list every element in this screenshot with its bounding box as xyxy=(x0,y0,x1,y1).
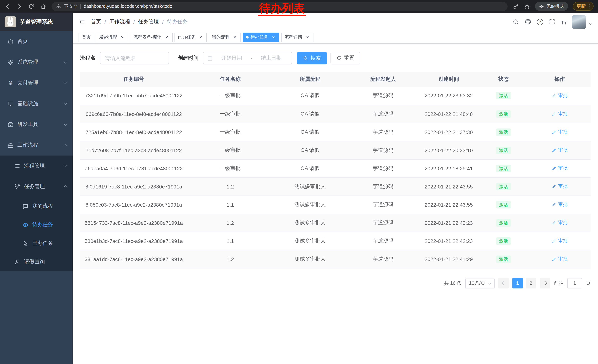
approve-link[interactable]: 审批 xyxy=(552,183,568,190)
sidebar-item-label: 已办任务 xyxy=(32,240,67,247)
tab-close-icon[interactable]: × xyxy=(271,35,276,40)
github-icon[interactable] xyxy=(524,18,531,25)
start-date-placeholder: 开始日期 xyxy=(215,55,248,61)
sidebar-collapse-icon[interactable] xyxy=(79,18,86,25)
status-badge: 激活 xyxy=(496,92,511,99)
tab-close-icon[interactable]: × xyxy=(198,35,203,40)
approve-link[interactable]: 审批 xyxy=(552,147,568,154)
search-icon[interactable] xyxy=(512,18,519,25)
next-page-button[interactable] xyxy=(540,278,550,288)
incognito-label: 无痕模式 xyxy=(546,3,564,9)
cell-process: 测试多审批人 xyxy=(273,195,347,214)
sidebar-item-home[interactable]: 首页 xyxy=(0,31,73,52)
sidebar-item-system[interactable]: 系统管理 xyxy=(0,52,73,73)
status-badge: 激活 xyxy=(496,165,511,172)
approve-link[interactable]: 审批 xyxy=(552,111,568,117)
cell-time: 2022-01-21 22:43:55 xyxy=(419,177,478,195)
tab-todo-task[interactable]: 待办任务× xyxy=(243,32,279,42)
tab-process-detail[interactable]: 流程详情× xyxy=(281,32,314,42)
sidebar-item-devtools[interactable]: 研发工具 xyxy=(0,114,73,135)
tab-start-process[interactable]: 发起流程× xyxy=(96,32,128,42)
sidebar-item-todo-task[interactable]: 待办任务 xyxy=(0,216,73,234)
approve-link[interactable]: 审批 xyxy=(552,165,568,172)
browser-menu-dots-icon[interactable] xyxy=(589,4,590,9)
cell-action: 审批 xyxy=(529,87,590,105)
page-button-2[interactable]: 2 xyxy=(526,278,536,288)
fullscreen-icon[interactable] xyxy=(548,18,555,25)
sidebar-item-label: 基础设施 xyxy=(17,100,60,107)
prev-page-button[interactable] xyxy=(498,278,509,288)
range-separator: - xyxy=(250,55,252,61)
breadcrumb-item[interactable]: 任务管理 xyxy=(138,18,159,25)
cell-time: 2022-01-22 20:33:10 xyxy=(419,141,478,159)
page-button-1[interactable]: 1 xyxy=(512,278,523,288)
tab-process-form-edit[interactable]: 流程表单-编辑× xyxy=(130,32,173,42)
cell-id: 8f059c03-7ac8-11ec-a9e2-a2380e71991a xyxy=(80,195,187,214)
approve-label: 审批 xyxy=(558,129,568,135)
tab-my-process[interactable]: 我的流程× xyxy=(208,32,241,42)
user-avatar[interactable] xyxy=(572,15,586,29)
home-icon[interactable] xyxy=(40,3,46,9)
approve-link[interactable]: 审批 xyxy=(552,219,568,226)
reset-button-label: 重置 xyxy=(344,55,354,61)
edit-icon xyxy=(552,93,556,98)
reset-button[interactable]: 重置 xyxy=(331,52,360,65)
cell-starter: 芋道源码 xyxy=(347,195,419,214)
update-button[interactable]: 更新 xyxy=(573,2,594,11)
sidebar-item-payment[interactable]: ¥支付管理 xyxy=(0,73,73,93)
tab-label: 我的流程 xyxy=(212,34,230,40)
cell-starter: 芋道源码 xyxy=(347,250,419,268)
cell-action: 审批 xyxy=(529,141,590,159)
briefcase-icon xyxy=(8,142,14,148)
goto-page-input[interactable] xyxy=(567,278,582,288)
approve-link[interactable]: 审批 xyxy=(552,92,568,99)
font-size-icon[interactable] xyxy=(561,18,566,25)
cell-process: 测试多审批人 xyxy=(273,232,347,250)
tab-home[interactable]: 首页 xyxy=(79,32,94,42)
bookmark-star-icon[interactable] xyxy=(524,3,530,9)
help-icon[interactable] xyxy=(537,19,543,25)
sidebar-item-my-process[interactable]: 我的流程 xyxy=(0,197,73,216)
approve-link[interactable]: 审批 xyxy=(552,238,568,244)
tab-close-icon[interactable]: × xyxy=(120,35,125,40)
table-row: a6aba0a4-7b6d-11ec-b781-acde48001122一级审批… xyxy=(80,159,590,177)
date-range-picker[interactable]: 开始日期 - 结束日期 xyxy=(203,52,292,65)
sidebar-item-done-task[interactable]: 已办任务 xyxy=(0,234,73,252)
avatar-caret-icon[interactable] xyxy=(589,21,593,25)
password-key-icon[interactable] xyxy=(513,3,519,9)
reload-icon[interactable] xyxy=(28,3,34,9)
approve-link[interactable]: 审批 xyxy=(552,256,568,262)
tab-label: 流程表单-编辑 xyxy=(133,34,162,40)
edit-icon xyxy=(552,238,556,243)
sidebar-item-leave-query[interactable]: 请假查询 xyxy=(0,252,73,271)
chevron-down-icon xyxy=(64,60,67,64)
tab-close-icon[interactable]: × xyxy=(232,35,238,40)
approve-link[interactable]: 审批 xyxy=(552,129,568,135)
sidebar-item-infrastructure[interactable]: 基础设施 xyxy=(0,93,73,114)
tab-close-icon[interactable]: × xyxy=(305,35,310,40)
cell-id: 381aa1dd-7ac8-11ec-a9e2-a2380e71991a xyxy=(80,250,187,268)
sidebar-item-task-mgmt[interactable]: 任务管理 xyxy=(0,176,73,197)
breadcrumb-item[interactable]: 首页 xyxy=(91,18,101,25)
approve-link[interactable]: 审批 xyxy=(552,201,568,208)
page-size-select[interactable]: 10条/页 xyxy=(465,278,495,288)
approve-label: 审批 xyxy=(558,201,568,208)
process-name-input[interactable] xyxy=(100,52,169,65)
search-button[interactable]: 搜索 xyxy=(297,52,327,65)
cell-starter: 芋道源码 xyxy=(347,123,419,141)
tab-done-task[interactable]: 已办任务× xyxy=(174,32,207,42)
back-icon[interactable] xyxy=(4,3,11,9)
breadcrumb-item[interactable]: 工作流程 xyxy=(109,18,130,25)
tabs-bar: 首页发起流程×流程表单-编辑×已办任务×我的流程×待办任务×流程详情× xyxy=(73,31,598,44)
edit-icon xyxy=(552,184,556,189)
forward-icon[interactable] xyxy=(16,3,23,9)
cell-process: OA 请假 xyxy=(273,87,347,105)
process-name-label: 流程名 xyxy=(80,55,96,61)
tab-close-icon[interactable]: × xyxy=(164,35,169,40)
sidebar-item-process-mgmt[interactable]: 流程管理 xyxy=(0,155,73,176)
not-secure-warning-icon xyxy=(56,4,61,9)
status-badge: 激活 xyxy=(496,128,511,136)
sidebar-item-workflow[interactable]: 工作流程 xyxy=(0,135,73,155)
cell-starter: 芋道源码 xyxy=(347,214,419,232)
column-header: 所属流程 xyxy=(273,72,347,87)
